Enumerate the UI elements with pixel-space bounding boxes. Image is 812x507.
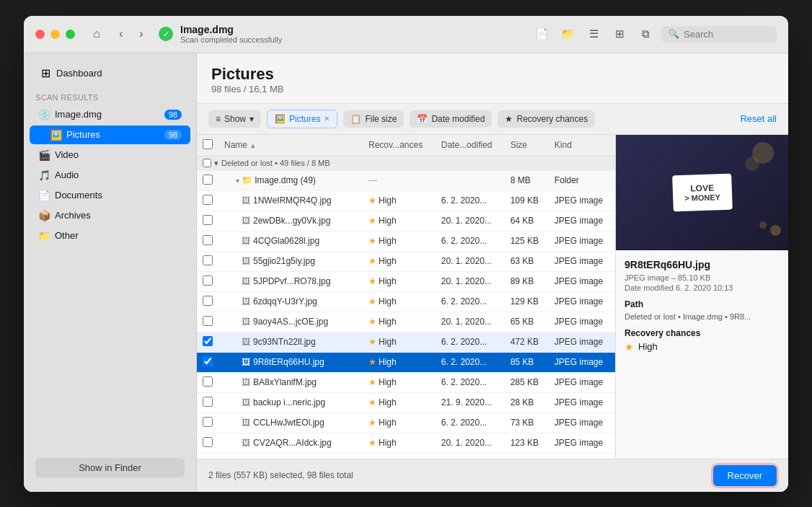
folder-name-cell: ▾ 📁 Image.dmg (49) [219, 170, 363, 190]
folder-row[interactable]: ▾ 📁 Image.dmg (49) — 8 MB Folder [197, 170, 615, 190]
row-checkbox[interactable] [203, 336, 213, 346]
row-checkbox[interactable] [203, 437, 213, 447]
title-info: Image.dmg Scan completed successfully [180, 24, 531, 44]
row-checkbox[interactable] [203, 316, 213, 326]
sidebar-item-video[interactable]: 🎬 Video [30, 146, 190, 164]
table-row[interactable]: 🖼4CQGla0628l.jpg ★High 6. 2. 2020... 125… [197, 231, 615, 251]
chevron-down-icon: ▾ [250, 114, 254, 124]
row-checkbox[interactable] [203, 215, 213, 225]
section-checkbox[interactable] [203, 159, 211, 167]
preview-sign: LOVE > MONEY [672, 173, 733, 211]
file-size-filter-button[interactable]: 📋 File size [343, 110, 404, 128]
th-name[interactable]: Name ▲ [219, 135, 363, 156]
table-row[interactable]: 🖼CV2AQR...AIdck.jpg ★High 20. 1. 2020...… [197, 433, 615, 453]
file-table: Name ▲ Recov...ances Date...odified Size… [197, 135, 615, 454]
show-finder-button[interactable]: Show in Finder [35, 458, 185, 477]
table-row[interactable]: 🖼9aoy4AS...jcOE.jpg ★High 20. 1. 2020...… [197, 312, 615, 332]
row-checkbox[interactable] [203, 296, 213, 306]
row-checkbox[interactable] [203, 255, 213, 265]
preview-meta-line2: Date modified 6. 2. 2020 10:13 [625, 283, 780, 292]
file-icon: 🖼 [242, 377, 250, 387]
pictures-icon: 🖼️ [50, 129, 62, 141]
star-icon: ★ [369, 317, 376, 327]
dashboard-icon: ⊞ [41, 66, 50, 80]
row-checkbox[interactable] [203, 195, 213, 205]
row-checkbox[interactable] [203, 235, 213, 245]
reset-all-button[interactable]: Reset all [740, 113, 777, 124]
split-view-button[interactable]: ⧉ [635, 24, 656, 44]
minimize-button[interactable] [50, 30, 60, 39]
sidebar-item-pictures[interactable]: 🖼️ Pictures 98 [30, 125, 190, 144]
content-area: Pictures 98 files / 16,1 MB ≡ Show ▾ 🖼️ … [197, 53, 788, 492]
row-checkbox[interactable] [203, 376, 213, 387]
search-box[interactable]: 🔍 [661, 26, 777, 43]
show-filter-button[interactable]: ≡ Show ▾ [208, 110, 261, 128]
list-view-button[interactable]: ☰ [583, 24, 604, 44]
row-checkbox[interactable] [203, 275, 213, 286]
file-icon: 🖼 [242, 317, 250, 327]
folder-checkbox[interactable] [203, 175, 213, 185]
th-size[interactable]: Size [505, 135, 549, 156]
table-row[interactable]: 🖼1NWeIRMQR4Q.jpg ★High 6. 2. 2020... 109… [197, 190, 615, 211]
preview-image: LOVE > MONEY [616, 135, 788, 250]
select-all-checkbox[interactable] [203, 139, 213, 149]
recovery-star-icon: ★ [625, 341, 634, 353]
forward-button[interactable]: › [133, 25, 150, 43]
expand-icon: ▾ [214, 159, 219, 168]
date-modified-filter-button[interactable]: 📅 Date modified [410, 110, 492, 128]
back-button[interactable]: ‹ [112, 25, 130, 43]
folder-kind: Folder [549, 170, 615, 190]
row-checkbox[interactable] [203, 417, 213, 427]
file-icon: 🖼 [242, 337, 250, 347]
row-checkbox[interactable] [203, 397, 213, 407]
recover-button[interactable]: Recover [713, 465, 777, 486]
file-list[interactable]: Name ▲ Recov...ances Date...odified Size… [197, 135, 615, 459]
star-icon: ★ [369, 236, 376, 246]
search-input[interactable] [684, 29, 769, 40]
maximize-button[interactable] [66, 30, 75, 39]
table-row[interactable]: 🖼5JPDPvf...RO78.jpg ★High 20. 1. 2020...… [197, 271, 615, 291]
folder-view-button[interactable]: 📁 [557, 24, 578, 44]
recovery-chances-label: Recovery chances [516, 114, 588, 124]
sidebar-item-audio[interactable]: 🎵 Audio [30, 166, 190, 185]
home-button[interactable]: ⌂ [87, 24, 107, 44]
star-icon: ★ [369, 418, 376, 428]
sidebar-item-image-dmg[interactable]: 💿 Image.dmg 98 [30, 105, 190, 124]
toolbar-right: 📄 📁 ☰ ⊞ ⧉ 🔍 [531, 24, 777, 44]
close-icon[interactable]: ✕ [324, 115, 330, 123]
grid-view-button[interactable]: ⊞ [609, 24, 630, 44]
page-title: Pictures [211, 65, 774, 84]
recovery-chances-filter-button[interactable]: ★ Recovery chances [498, 110, 595, 128]
content-header: Pictures 98 files / 16,1 MB [197, 53, 788, 104]
pictures-filter-icon: 🖼️ [275, 114, 286, 124]
th-kind[interactable]: Kind [549, 135, 615, 156]
pictures-filter-button[interactable]: 🖼️ Pictures ✕ [267, 110, 337, 128]
audio-icon: 🎵 [38, 169, 50, 181]
star-icon: ★ [369, 195, 376, 206]
sidebar-item-documents[interactable]: 📄 Documents [30, 186, 190, 205]
file-view-button[interactable]: 📄 [531, 24, 552, 44]
row-checkbox[interactable] [203, 356, 213, 366]
close-button[interactable] [35, 30, 45, 39]
table-row[interactable]: 🖼6zdqqY-U3rY.jpg ★High 6. 2. 2020... 129… [197, 291, 615, 312]
star-icon: ★ [369, 337, 376, 347]
table-row[interactable]: 🖼BA8xYlanifM.jpg ★High 6. 2. 2020... 285… [197, 372, 615, 392]
table-row[interactable]: 🖼9c93NTn22ll.jpg ★High 6. 2. 2020... 472… [197, 332, 615, 352]
th-recovery[interactable]: Recov...ances [363, 135, 436, 156]
table-row[interactable]: 🖼2ewDBk...gy0Vk.jpg ★High 20. 1. 2020...… [197, 211, 615, 231]
th-date[interactable]: Date...odified [436, 135, 505, 156]
dashboard-label: Dashboard [56, 68, 102, 79]
table-row[interactable]: 🖼CCLHwJwtEOl.jpg ★High 6. 2. 2020... 73 … [197, 413, 615, 433]
file-size-icon: 📋 [350, 114, 361, 124]
star-icon: ★ [369, 276, 376, 286]
table-row[interactable]: 🖼backup i...neric.jpg ★High 21. 9. 2020.… [197, 392, 615, 413]
table-row-selected[interactable]: 🖼9R8tERq66HU.jpg ★High 6. 2. 2020... 85 … [197, 352, 615, 372]
table-row[interactable]: 🖼55gjio21g5iy.jpg ★High 20. 1. 2020... 6… [197, 251, 615, 271]
sidebar-item-other[interactable]: 📁 Other [30, 226, 190, 245]
section-header-row: ▾ Deleted or lost • 49 files / 8 MB [197, 156, 615, 170]
sidebar-item-dashboard[interactable]: ⊞ Dashboard [30, 62, 190, 84]
file-icon: 🖼 [242, 397, 250, 407]
documents-icon: 📄 [38, 190, 50, 201]
sidebar-item-archives[interactable]: 📦 Archives [30, 206, 190, 225]
preview-recovery-title: Recovery chances [625, 328, 780, 338]
